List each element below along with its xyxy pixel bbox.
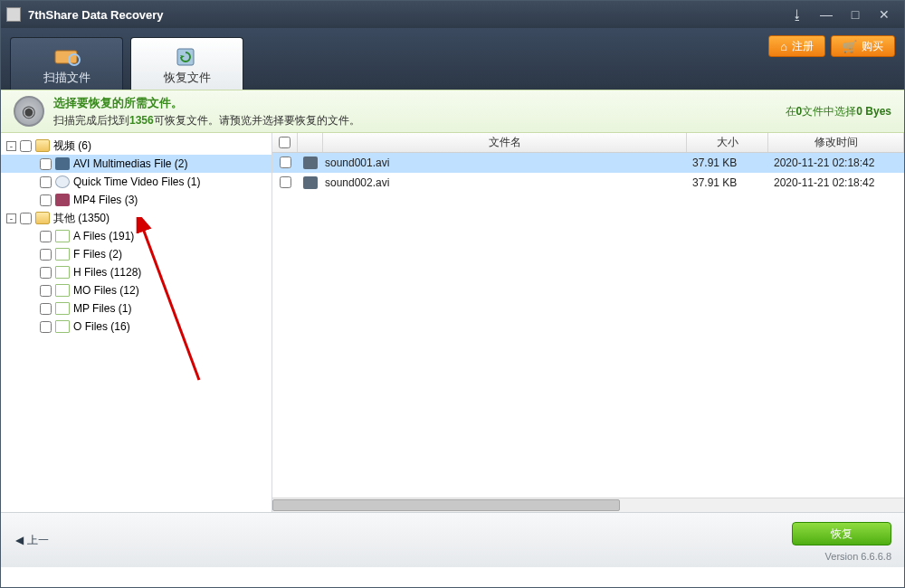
tree-node[interactable]: MP Files (1) — [1, 299, 272, 318]
info-banner: ◉ 选择要恢复的所需文件。 扫描完成后找到1356可恢复文件。请预览并选择要恢复… — [1, 90, 904, 133]
tab-recover[interactable]: 恢复文件 — [130, 37, 243, 90]
banner-headline: 选择要恢复的所需文件。 — [53, 95, 786, 111]
svg-rect-2 — [177, 49, 194, 65]
tree-checkbox[interactable] — [40, 158, 52, 170]
tree-node[interactable]: F Files (2) — [1, 245, 272, 263]
app-icon — [6, 7, 21, 22]
version-label: Version 6.6.6.8 — [825, 551, 891, 562]
recover-icon — [174, 46, 201, 68]
header-checkbox-col[interactable] — [272, 133, 298, 152]
tree-node[interactable]: MP4 Files (3) — [1, 191, 272, 209]
tree-checkbox[interactable] — [20, 213, 32, 224]
folder-icon — [35, 212, 50, 224]
file-list-header: 文件名 大小 修改时间 — [272, 133, 904, 153]
horizontal-scrollbar[interactable] — [272, 498, 904, 512]
file-checkbox[interactable] — [280, 156, 291, 168]
txt-icon — [55, 230, 70, 242]
tree-node[interactable]: MO Files (12) — [1, 281, 272, 299]
header-icon-col — [298, 133, 323, 152]
txt-icon — [55, 302, 70, 315]
file-icon — [303, 176, 318, 189]
tree-label: O Files (16) — [73, 320, 130, 333]
close-button[interactable]: ✕ — [870, 6, 899, 23]
buy-label: 购买 — [862, 39, 883, 54]
tree-checkbox[interactable] — [40, 321, 52, 333]
recover-button[interactable]: 恢复 — [792, 522, 891, 545]
twist-icon[interactable]: - — [6, 213, 16, 223]
txt-icon — [55, 284, 70, 297]
minimize-button[interactable]: — — [812, 6, 841, 23]
maximize-button[interactable]: □ — [841, 6, 870, 23]
file-size: 37.91 KB — [687, 176, 768, 189]
banner-detail: 扫描完成后找到1356可恢复文件。请预览并选择要恢复的文件。 — [53, 113, 786, 128]
app-title: 7thShare Data Recovery — [28, 8, 783, 22]
tree-checkbox[interactable] — [40, 249, 52, 261]
select-all-checkbox[interactable] — [279, 137, 291, 148]
buy-button[interactable]: 🛒购买 — [831, 35, 895, 57]
tab-scan-label: 扫描文件 — [43, 70, 90, 86]
tree-label: MP Files (1) — [73, 302, 131, 315]
file-row[interactable]: sound002.avi37.91 KB2020-11-21 02:18:42 — [272, 173, 904, 193]
file-row[interactable]: sound001.avi37.91 KB2020-11-21 02:18:42 — [272, 153, 904, 173]
tree-label: 视频 (6) — [53, 138, 91, 154]
tree-node[interactable]: O Files (16) — [1, 318, 272, 336]
header-size[interactable]: 大小 — [687, 133, 768, 152]
disk-icon: ◉ — [14, 96, 44, 127]
toolbar: 扫描文件 恢复文件 ⌂注册 🛒购买 — [1, 28, 904, 90]
tree-label: MP4 Files (3) — [73, 194, 138, 206]
tree-node[interactable]: AVI Multimedias File (2) — [1, 155, 272, 173]
folder-icon — [35, 139, 50, 152]
mp4-icon — [55, 194, 70, 206]
twist-icon[interactable]: - — [6, 141, 16, 151]
tree-label: H Files (1128) — [73, 266, 141, 279]
file-name: sound001.avi — [323, 156, 687, 169]
back-label: 上一 — [27, 533, 49, 548]
tree-node[interactable]: A Files (191) — [1, 227, 272, 245]
footer: ◀ 上一 恢复 Version 6.6.6.8 — [1, 513, 904, 567]
header-name[interactable]: 文件名 — [323, 133, 687, 152]
register-label: 注册 — [792, 39, 814, 54]
tab-scan[interactable]: 扫描文件 — [10, 37, 123, 90]
file-name: sound002.avi — [323, 176, 687, 189]
register-button[interactable]: ⌂注册 — [768, 35, 825, 57]
file-date: 2020-11-21 02:18:42 — [768, 156, 904, 169]
main-area: -视频 (6)AVI Multimedias File (2)Quick Tim… — [1, 133, 904, 513]
avi-icon — [55, 157, 70, 170]
file-icon — [303, 156, 318, 169]
tree-node[interactable]: -视频 (6) — [1, 137, 272, 155]
tree-checkbox[interactable] — [40, 194, 52, 206]
file-size: 37.91 KB — [687, 156, 768, 169]
txt-icon — [55, 320, 70, 333]
file-list-body[interactable]: sound001.avi37.91 KB2020-11-21 02:18:42s… — [272, 153, 904, 498]
tree-checkbox[interactable] — [40, 267, 52, 279]
back-button[interactable]: ◀ 上一 — [15, 533, 49, 548]
banner-selection-summary: 在0文件中选择0 Byes — [786, 104, 891, 119]
svg-rect-0 — [55, 51, 77, 63]
header-date[interactable]: 修改时间 — [768, 133, 904, 152]
tree-label: A Files (191) — [73, 230, 134, 242]
txt-icon — [55, 248, 70, 261]
cart-icon: 🛒 — [843, 40, 857, 53]
tree-checkbox[interactable] — [20, 140, 32, 152]
scan-icon — [53, 46, 81, 68]
download-icon[interactable]: ⭳ — [783, 6, 812, 23]
tree-checkbox[interactable] — [40, 176, 52, 188]
tree-checkbox[interactable] — [40, 285, 52, 297]
scrollbar-thumb[interactable] — [272, 499, 620, 511]
file-list: 文件名 大小 修改时间 sound001.avi37.91 KB2020-11-… — [272, 133, 904, 512]
txt-icon — [55, 266, 70, 279]
file-date: 2020-11-21 02:18:42 — [768, 176, 904, 189]
tree-node[interactable]: H Files (1128) — [1, 263, 272, 281]
tree-label: MO Files (12) — [73, 284, 139, 297]
titlebar: 7thShare Data Recovery ⭳ — □ ✕ — [1, 1, 904, 28]
tree-label: Quick Time Video Files (1) — [73, 175, 201, 188]
qt-icon — [55, 175, 70, 188]
tab-recover-label: 恢复文件 — [164, 70, 211, 86]
category-tree[interactable]: -视频 (6)AVI Multimedias File (2)Quick Tim… — [1, 133, 272, 512]
file-checkbox[interactable] — [280, 176, 291, 188]
home-icon: ⌂ — [780, 40, 787, 53]
tree-node[interactable]: -其他 (1350) — [1, 209, 272, 227]
tree-node[interactable]: Quick Time Video Files (1) — [1, 173, 272, 191]
tree-checkbox[interactable] — [40, 303, 52, 315]
tree-checkbox[interactable] — [40, 231, 52, 242]
